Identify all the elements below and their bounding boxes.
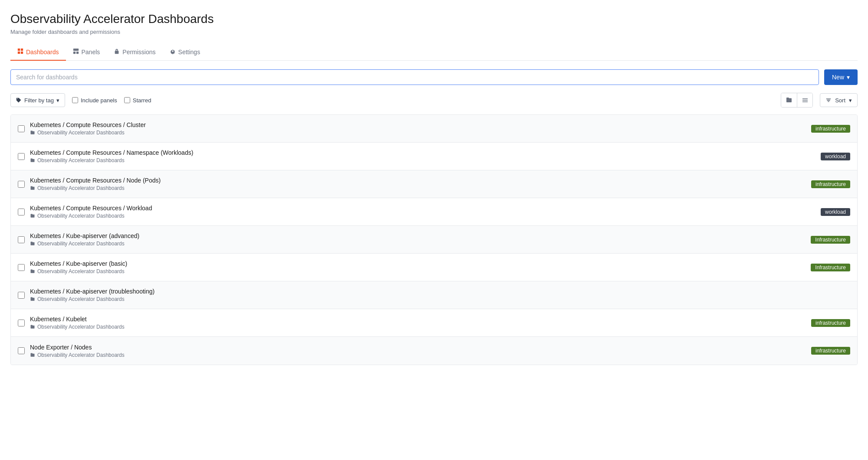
filter-tag-button[interactable]: Filter by tag ▾ [10,93,65,107]
row-checkbox[interactable] [18,153,25,160]
dashboard-title[interactable]: Kubernetes / Kube-apiserver (advanced) [30,232,806,239]
dashboard-title[interactable]: Kubernetes / Compute Resources / Namespa… [30,149,815,156]
tab-permissions-label: Permissions [122,49,155,55]
folder-icon-small [30,130,35,135]
svg-rect-3 [21,52,23,54]
tag-badge: infrastructure [811,347,850,355]
table-row: Kubernetes / Compute Resources / Workloa… [11,198,857,226]
list-view-button[interactable] [797,93,812,107]
folder-view-icon [786,97,792,104]
folder-icon-small [30,241,35,246]
filters-row: Filter by tag ▾ Include panels Starred [10,93,858,108]
folder-icon-small [30,324,35,330]
table-row: Kubernetes / Kubelet Observability Accel… [11,309,857,337]
row-checkbox[interactable] [18,125,25,132]
tab-permissions[interactable]: Permissions [107,44,162,61]
row-tags: workload [821,208,850,216]
row-checkbox[interactable] [18,264,25,271]
page-subtitle: Manage folder dashboards and permissions [10,29,858,35]
row-checkbox[interactable] [18,347,25,354]
lock-icon [114,48,120,55]
svg-rect-4 [73,49,78,51]
dashboard-folder: Observability Accelerator Dashboards [30,268,806,274]
new-button[interactable]: New ▾ [824,69,858,85]
row-tags: Infrastructure [811,264,850,271]
folder-icon-small [30,297,35,302]
starred-checkbox-label[interactable]: Starred [124,97,151,104]
include-panels-label: Include panels [81,97,117,104]
row-content: Kubernetes / Kubelet Observability Accel… [30,316,806,330]
tag-badge: infrastructure [811,125,850,133]
tab-settings[interactable]: Settings [163,44,207,61]
sort-icon [825,97,832,103]
folder-view-button[interactable] [781,93,797,107]
starred-label: Starred [133,97,151,104]
svg-rect-1 [21,49,23,51]
new-button-label: New [832,74,844,81]
dashboard-folder: Observability Accelerator Dashboards [30,157,815,163]
row-content: Kubernetes / Compute Resources / Cluster… [30,121,806,136]
tab-dashboards[interactable]: Dashboards [10,44,66,61]
tab-settings-label: Settings [178,49,201,55]
include-panels-checkbox-label[interactable]: Include panels [72,97,117,104]
dashboard-folder: Observability Accelerator Dashboards [30,185,806,191]
tag-badge: workload [821,208,850,216]
tab-dashboards-label: Dashboards [26,49,59,55]
search-input[interactable] [10,69,819,85]
row-checkbox[interactable] [18,320,25,326]
dashboard-title[interactable]: Kubernetes / Compute Resources / Node (P… [30,177,806,184]
tag-badge: Infrastructure [811,236,850,244]
page-title: Observability Accelerator Dashboards [10,12,858,26]
row-tags: infrastructure [811,125,850,133]
table-row: Kubernetes / Kube-apiserver (troubleshoo… [11,281,857,309]
filter-tag-label: Filter by tag [24,97,54,104]
dashboard-title[interactable]: Node Exporter / Nodes [30,344,806,351]
include-panels-checkbox[interactable] [72,97,78,103]
row-content: Kubernetes / Compute Resources / Workloa… [30,205,815,219]
dashboard-title[interactable]: Kubernetes / Kube-apiserver (troubleshoo… [30,288,845,295]
view-toggle [781,93,813,108]
folder-icon-small [30,352,35,358]
sort-label: Sort [835,97,845,104]
folder-icon-small [30,269,35,274]
dashboard-title[interactable]: Kubernetes / Compute Resources / Cluster [30,121,806,128]
sort-button[interactable]: Sort ▾ [820,93,858,107]
tag-icon [16,98,22,103]
new-button-chevron: ▾ [847,74,850,81]
row-checkbox[interactable] [18,209,25,215]
dashboard-title[interactable]: Kubernetes / Kube-apiserver (basic) [30,260,806,267]
list-view-icon [802,97,809,104]
svg-rect-2 [18,52,20,54]
tag-badge: infrastructure [811,180,850,188]
table-row: Kubernetes / Kube-apiserver (advanced) O… [11,226,857,254]
row-checkbox[interactable] [18,292,25,299]
table-row: Kubernetes / Compute Resources / Namespa… [11,143,857,170]
folder-icon-small [30,186,35,191]
tag-badge: infrastructure [811,319,850,327]
table-row: Kubernetes / Compute Resources / Node (P… [11,170,857,198]
starred-checkbox[interactable] [124,97,130,103]
sort-chevron: ▾ [849,97,852,104]
row-checkbox[interactable] [18,181,25,188]
settings-icon [170,48,176,55]
page-container: Observability Accelerator Dashboards Man… [0,0,868,375]
grid-icon [17,48,23,55]
table-row: Node Exporter / Nodes Observability Acce… [11,337,857,365]
tab-panels[interactable]: Panels [66,44,107,61]
row-tags: infrastructure [811,347,850,355]
row-checkbox[interactable] [18,236,25,243]
dashboard-title[interactable]: Kubernetes / Compute Resources / Workloa… [30,205,815,212]
tag-badge: workload [821,153,850,160]
folder-icon-small [30,213,35,219]
dashboard-folder: Observability Accelerator Dashboards [30,130,806,136]
dashboard-title[interactable]: Kubernetes / Kubelet [30,316,806,323]
search-toolbar: New ▾ [10,69,858,85]
dashboard-folder: Observability Accelerator Dashboards [30,213,815,219]
row-content: Kubernetes / Kube-apiserver (troubleshoo… [30,288,845,302]
row-content: Kubernetes / Kube-apiserver (advanced) O… [30,232,806,247]
row-tags: workload [821,153,850,160]
row-content: Node Exporter / Nodes Observability Acce… [30,344,806,358]
svg-rect-5 [73,52,75,54]
tabs-bar: Dashboards Panels Permissions Settings [10,44,858,61]
dashboard-folder: Observability Accelerator Dashboards [30,352,806,358]
